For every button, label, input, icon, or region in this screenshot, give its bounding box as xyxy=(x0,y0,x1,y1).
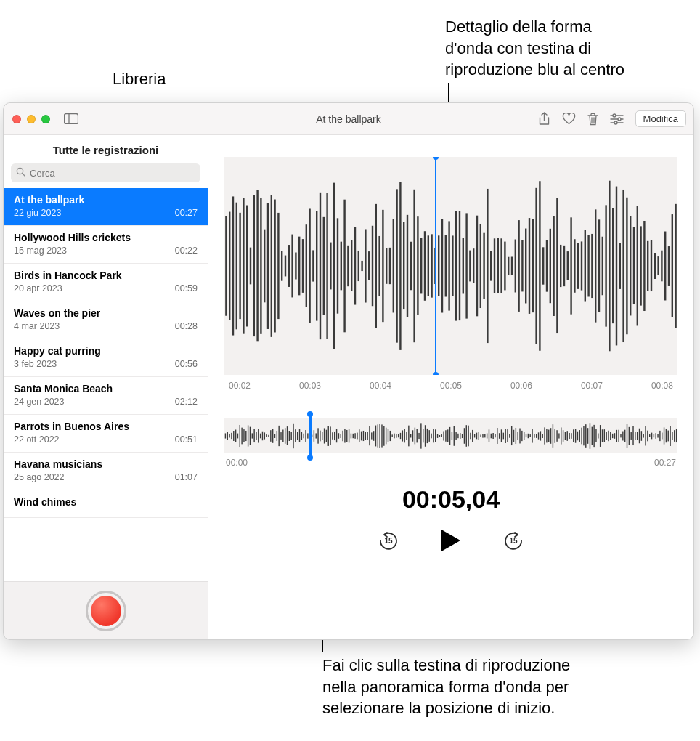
svg-rect-156 xyxy=(258,429,259,442)
svg-rect-25 xyxy=(277,213,279,319)
svg-rect-51 xyxy=(368,251,370,280)
svg-rect-310 xyxy=(575,429,576,442)
svg-rect-330 xyxy=(616,430,617,442)
skip-back-button[interactable]: 15 xyxy=(376,528,401,556)
svg-rect-358 xyxy=(674,430,675,442)
favorite-button[interactable] xyxy=(562,113,576,125)
svg-rect-346 xyxy=(649,434,650,437)
svg-rect-36 xyxy=(316,211,317,320)
svg-rect-13 xyxy=(236,203,237,330)
svg-rect-147 xyxy=(240,425,240,447)
svg-rect-81 xyxy=(473,248,474,283)
settings-button[interactable] xyxy=(610,113,624,125)
svg-rect-142 xyxy=(229,434,229,438)
svg-rect-288 xyxy=(529,434,530,437)
svg-rect-293 xyxy=(540,431,541,440)
svg-point-8 xyxy=(17,168,23,174)
svg-rect-240 xyxy=(431,434,431,439)
svg-rect-238 xyxy=(427,429,428,443)
svg-rect-123 xyxy=(619,243,621,289)
svg-rect-100 xyxy=(539,181,540,351)
recording-title: At the ballpark xyxy=(14,194,198,206)
list-item[interactable]: Happy cat purring 3 feb 202300:56 xyxy=(4,339,208,377)
recording-duration: 00:59 xyxy=(175,283,198,293)
svg-rect-108 xyxy=(567,251,569,280)
svg-rect-49 xyxy=(361,261,362,271)
svg-rect-276 xyxy=(505,429,505,443)
svg-rect-73 xyxy=(445,235,447,296)
list-item[interactable]: Parrots in Buenos Aires 22 ott 202200:51 xyxy=(4,415,208,453)
svg-rect-229 xyxy=(408,426,409,447)
svg-rect-249 xyxy=(449,427,450,445)
svg-rect-146 xyxy=(237,434,238,439)
delete-button[interactable] xyxy=(587,113,598,126)
svg-rect-242 xyxy=(435,429,436,442)
svg-rect-58 xyxy=(393,219,394,313)
list-item[interactable]: Havana musicians 25 ago 202201:07 xyxy=(4,453,208,490)
overview-playhead[interactable] xyxy=(309,414,312,458)
svg-rect-195 xyxy=(338,433,339,439)
svg-rect-111 xyxy=(577,243,579,289)
ruler-tick: 00:05 xyxy=(440,381,462,391)
list-item[interactable]: Birds in Hancock Park 20 apr 202300:59 xyxy=(4,264,208,301)
svg-rect-214 xyxy=(378,424,378,447)
minimize-button[interactable] xyxy=(27,115,36,124)
list-item[interactable]: Hollywood Hills crickets 15 mag 202300:2… xyxy=(4,226,208,264)
svg-rect-107 xyxy=(563,246,565,286)
svg-text:15: 15 xyxy=(384,537,393,545)
share-button[interactable] xyxy=(538,112,550,126)
list-item[interactable]: At the ballpark 22 giu 202300:27 xyxy=(4,188,208,226)
svg-rect-183 xyxy=(314,430,314,442)
record-button[interactable] xyxy=(86,591,126,631)
svg-rect-269 xyxy=(491,434,492,438)
svg-rect-220 xyxy=(390,431,391,441)
svg-rect-244 xyxy=(439,435,440,437)
list-item[interactable]: Santa Monica Beach 24 gen 202302:12 xyxy=(4,377,208,415)
ruler-tick: 00:08 xyxy=(651,381,673,391)
svg-rect-216 xyxy=(381,424,382,447)
svg-rect-342 xyxy=(641,431,642,441)
svg-rect-225 xyxy=(400,433,401,439)
edit-button[interactable]: Modifica xyxy=(635,110,686,127)
svg-rect-265 xyxy=(482,434,483,437)
playhead[interactable] xyxy=(435,157,436,375)
recording-date: 24 gen 2023 xyxy=(14,397,65,407)
svg-rect-253 xyxy=(457,434,458,438)
recording-title: Havana musicians xyxy=(14,458,198,470)
search-input[interactable] xyxy=(11,163,200,182)
record-footer xyxy=(4,581,208,639)
zoom-button[interactable] xyxy=(41,115,50,124)
svg-rect-237 xyxy=(425,425,426,447)
svg-rect-194 xyxy=(336,429,337,443)
svg-rect-79 xyxy=(465,213,467,318)
svg-rect-247 xyxy=(445,430,446,442)
svg-rect-248 xyxy=(447,429,448,442)
play-button[interactable] xyxy=(440,528,462,556)
waveform-detail[interactable] xyxy=(224,157,677,375)
svg-rect-110 xyxy=(574,239,575,293)
svg-rect-256 xyxy=(464,428,465,444)
svg-rect-44 xyxy=(343,200,345,333)
svg-rect-321 xyxy=(598,433,598,438)
svg-rect-292 xyxy=(538,432,539,439)
list-item[interactable]: Wind chimes xyxy=(4,490,208,518)
svg-rect-130 xyxy=(643,221,645,311)
svg-rect-105 xyxy=(556,198,558,333)
svg-rect-217 xyxy=(383,426,384,446)
svg-rect-356 xyxy=(670,426,670,446)
skip-forward-button[interactable]: 15 xyxy=(501,528,526,556)
svg-rect-329 xyxy=(614,433,615,439)
list-item[interactable]: Waves on the pier 4 mar 202300:28 xyxy=(4,301,208,339)
svg-rect-26 xyxy=(281,251,282,280)
waveform-overview[interactable] xyxy=(224,418,677,453)
recording-date: 15 mag 2023 xyxy=(14,246,67,256)
svg-rect-173 xyxy=(293,424,293,448)
close-button[interactable] xyxy=(12,115,21,124)
svg-rect-197 xyxy=(342,431,343,441)
recording-title: Parrots in Buenos Aires xyxy=(14,421,198,432)
ruler-tick: 00:07 xyxy=(581,381,603,391)
svg-rect-84 xyxy=(483,233,484,299)
sidebar-toggle-button[interactable] xyxy=(63,113,79,125)
svg-rect-112 xyxy=(581,241,582,290)
svg-rect-122 xyxy=(616,187,617,346)
